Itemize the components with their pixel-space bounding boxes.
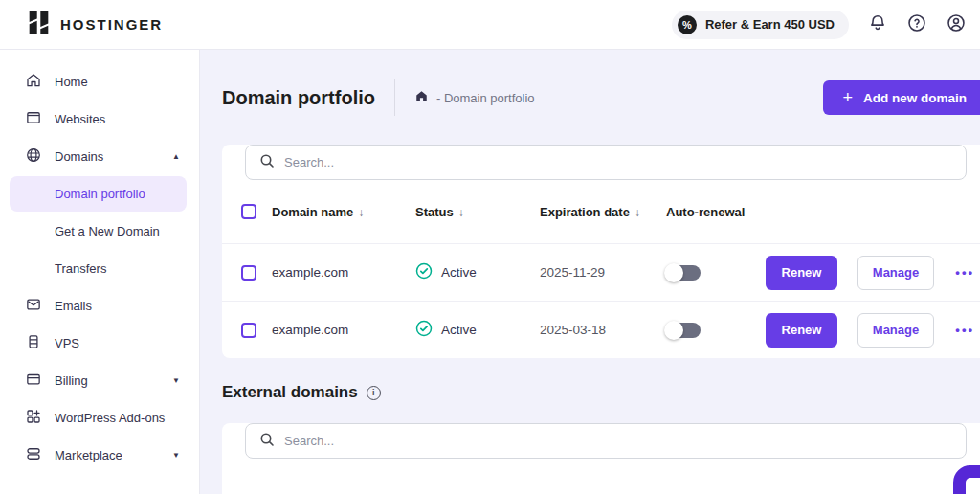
table-row: example.com Active 2025-11-29 Renew Mana… xyxy=(222,243,980,301)
sort-arrow-icon: ↓ xyxy=(458,206,464,219)
external-search-input[interactable] xyxy=(284,434,952,448)
help-button[interactable] xyxy=(906,12,927,36)
external-domains-card xyxy=(222,423,980,494)
status-badge: Active xyxy=(441,323,477,337)
row-checkbox[interactable] xyxy=(241,265,256,281)
portfolio-search-input[interactable] xyxy=(284,155,952,169)
sidebar-item-marketplace[interactable]: Marketplace ▼ xyxy=(0,437,199,474)
bell-icon xyxy=(867,12,888,36)
external-search xyxy=(245,423,967,459)
refer-earn-label: Refer & Earn 450 USD xyxy=(705,17,835,32)
profile-icon xyxy=(946,12,967,36)
sidebar-item-get-new-domain[interactable]: Get a New Domain xyxy=(0,213,199,250)
external-domains-title: External domains xyxy=(222,383,358,402)
page-title: Domain portfolio xyxy=(222,87,375,109)
status-badge: Active xyxy=(441,265,477,280)
column-header-domain-name[interactable]: Domain name↓ xyxy=(272,205,415,219)
expiration-date-cell: 2025-11-29 xyxy=(540,265,666,280)
domain-name-cell: example.com xyxy=(272,323,415,337)
browser-window-icon xyxy=(25,109,42,129)
marketplace-icon xyxy=(25,445,42,465)
table-row: example.com Active 2025-03-18 Renew Mana… xyxy=(222,301,980,358)
sidebar-label: Billing xyxy=(55,373,160,388)
auto-renewal-toggle[interactable] xyxy=(666,265,701,281)
help-icon xyxy=(906,12,927,36)
sidebar-item-domain-portfolio[interactable]: Domain portfolio xyxy=(10,176,187,212)
chevron-down-icon: ▼ xyxy=(172,376,180,385)
manage-button[interactable]: Manage xyxy=(858,313,934,348)
column-label: Status xyxy=(415,205,454,219)
select-all-checkbox[interactable] xyxy=(241,204,256,219)
sidebar-item-transfers[interactable]: Transfers xyxy=(0,250,199,287)
domain-name-cell: example.com xyxy=(272,265,415,280)
expiration-date-cell: 2025-03-18 xyxy=(540,323,666,337)
status-cell: Active xyxy=(415,262,540,282)
hostinger-logo-icon xyxy=(27,11,51,38)
sidebar-item-vps[interactable]: VPS xyxy=(0,325,199,362)
column-label: Expiration date xyxy=(540,205,630,219)
domain-portfolio-card: Domain name↓ Status↓ Expiration date↓ Au… xyxy=(222,145,980,358)
breadcrumb-text: - Domain portfolio xyxy=(436,91,535,105)
sidebar-label: Home xyxy=(55,75,180,89)
check-circle-icon xyxy=(415,320,433,340)
main-content: Domain portfolio - Domain portfolio + Ad… xyxy=(200,50,980,494)
row-checkbox[interactable] xyxy=(241,323,256,338)
sidebar-item-billing[interactable]: Billing ▼ xyxy=(0,362,199,399)
column-header-auto-renewal: Auto-renewal xyxy=(666,205,766,219)
envelope-icon xyxy=(25,296,42,316)
breadcrumb-home-icon[interactable] xyxy=(414,89,429,106)
server-icon xyxy=(25,333,42,353)
column-label: Domain name xyxy=(272,205,353,219)
search-icon xyxy=(259,153,275,172)
sidebar-label: WordPress Add-ons xyxy=(55,411,180,425)
profile-button[interactable] xyxy=(946,12,967,36)
chat-widget-button[interactable] xyxy=(953,465,980,494)
sidebar-item-wordpress-addons[interactable]: WordPress Add-ons xyxy=(0,399,199,437)
renew-button[interactable]: Renew xyxy=(766,256,837,290)
home-icon xyxy=(25,72,42,92)
toggle-knob xyxy=(664,321,683,340)
add-new-domain-label: Add new domain xyxy=(863,91,967,105)
sidebar-item-emails[interactable]: Emails xyxy=(0,287,199,325)
sort-arrow-icon: ↓ xyxy=(635,206,640,219)
add-new-domain-button[interactable]: + Add new domain xyxy=(823,80,980,115)
chevron-up-icon: ▲ xyxy=(172,152,180,161)
renew-button[interactable]: Renew xyxy=(766,313,837,348)
plus-icon: + xyxy=(842,88,853,108)
chevron-down-icon: ▼ xyxy=(172,451,180,460)
sidebar-label: Emails xyxy=(55,299,180,313)
sidebar-label: Websites xyxy=(55,112,180,126)
discount-badge-icon: % xyxy=(678,15,697,34)
auto-renewal-toggle[interactable] xyxy=(666,323,701,338)
status-cell: Active xyxy=(415,320,540,340)
sidebar-label: Domain portfolio xyxy=(55,187,167,201)
sidebar-label: Marketplace xyxy=(55,448,160,462)
portfolio-search xyxy=(245,145,967,180)
sidebar-item-home[interactable]: Home xyxy=(0,63,199,101)
refer-earn-button[interactable]: % Refer & Earn 450 USD xyxy=(672,11,849,39)
column-header-status[interactable]: Status↓ xyxy=(415,205,540,219)
manage-button[interactable]: Manage xyxy=(858,256,934,290)
more-options-button[interactable]: ••• xyxy=(955,265,976,280)
topbar-actions: % Refer & Earn 450 USD xyxy=(672,11,967,39)
page-header: Domain portfolio - Domain portfolio + Ad… xyxy=(222,80,980,115)
search-icon xyxy=(259,432,275,451)
sidebar-label: Domains xyxy=(55,149,160,164)
credit-card-icon xyxy=(25,370,42,391)
more-options-button[interactable]: ••• xyxy=(955,323,976,337)
sidebar-label: Transfers xyxy=(55,261,180,276)
external-domains-header: External domains i xyxy=(222,383,980,402)
column-header-expiration-date[interactable]: Expiration date↓ xyxy=(540,205,666,219)
info-icon[interactable]: i xyxy=(367,386,381,400)
hostinger-logo[interactable]: HOSTINGER xyxy=(27,11,163,38)
check-circle-icon xyxy=(415,262,433,282)
divider xyxy=(394,79,395,116)
notifications-button[interactable] xyxy=(867,12,888,36)
globe-icon xyxy=(25,146,42,167)
column-label: Auto-renewal xyxy=(666,205,745,219)
sidebar-item-websites[interactable]: Websites xyxy=(0,101,199,138)
breadcrumb: - Domain portfolio xyxy=(414,89,535,106)
sort-arrow-icon: ↓ xyxy=(358,206,364,219)
toggle-knob xyxy=(664,263,683,282)
sidebar-item-domains[interactable]: Domains ▲ xyxy=(0,138,199,175)
